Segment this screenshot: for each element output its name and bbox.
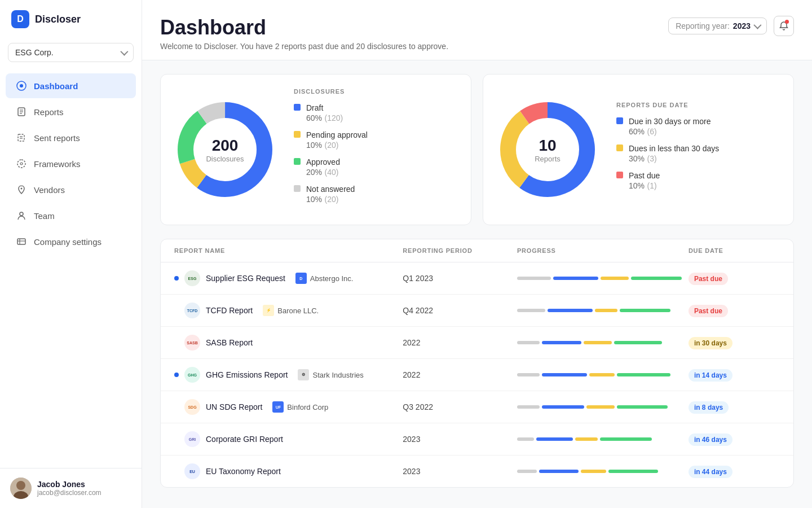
- table-row[interactable]: SASBSASB Report2022in 30 days: [161, 327, 793, 359]
- report-name-text: Corporate GRI Report: [206, 435, 283, 444]
- due30plus-label: Due in 30 days or more: [629, 117, 711, 126]
- sidebar-item-label: Sent reports: [34, 133, 80, 143]
- pastdue-dot: [616, 172, 623, 178]
- table-row[interactable]: GHGGHG Emissions Report⚙Stark Industries…: [161, 359, 793, 391]
- period-cell: Q4 2022: [403, 306, 517, 315]
- reports-number: 10: [535, 137, 561, 155]
- due-date-cell: in 30 days: [689, 338, 780, 348]
- user-profile[interactable]: Jacob Jones jacob@discloser.com: [0, 468, 142, 508]
- legend-item-not-answered: Not answered 10% (20): [294, 184, 457, 204]
- report-indicator-empty: [174, 340, 179, 345]
- progress-segment: [600, 437, 652, 441]
- approved-label: Approved: [306, 157, 340, 167]
- not-answered-pct: 10%: [306, 195, 322, 204]
- disclosures-chart-card: 200 Disclosures DISCLOSURES Draft 60% (1…: [160, 74, 471, 225]
- chevron-down-icon: [753, 21, 761, 29]
- draft-count: (120): [324, 113, 343, 122]
- header-right: Reporting year: 2023: [668, 16, 794, 36]
- report-company: DAbstergo Inc.: [295, 273, 354, 284]
- progress-segment: [586, 405, 615, 409]
- header-left: Dashboard Welcome to Discloser. You have…: [160, 16, 448, 51]
- period-cell: Q3 2022: [403, 402, 517, 411]
- due30less-count: (3): [647, 154, 656, 163]
- report-icon: ESG: [184, 270, 200, 286]
- report-icon: EU: [184, 463, 200, 479]
- sidebar-item-frameworks[interactable]: Frameworks: [6, 151, 136, 176]
- notification-button[interactable]: [774, 16, 794, 36]
- table-row[interactable]: EUEU Taxonomy Report2023in 44 days: [161, 456, 793, 487]
- col-progress: PROGRESS: [517, 247, 689, 254]
- due-badge: in 14 days: [689, 369, 732, 382]
- reporting-year-selector[interactable]: Reporting year: 2023: [668, 17, 767, 34]
- table-row[interactable]: TCFDTCFD Report⚡Barone LLC.Q4 2022Past d…: [161, 295, 793, 327]
- disclosures-legend-title: DISCLOSURES: [294, 88, 457, 95]
- sidebar-item-label: Team: [34, 211, 55, 221]
- due-badge: Past due: [689, 273, 728, 285]
- pastdue-count: (1): [647, 181, 656, 190]
- company-name-text: Abstergo Inc.: [310, 274, 354, 283]
- report-icon: GHG: [184, 367, 200, 383]
- disclosures-donut: 200 Disclosures: [174, 99, 276, 200]
- approved-text: Approved 20% (40): [306, 157, 340, 177]
- disclosures-label: Disclosures: [206, 155, 244, 163]
- company-name: ESG Corp.: [15, 48, 54, 57]
- svg-point-12: [20, 212, 23, 216]
- sidebar: D Discloser ESG Corp. Dashboard: [0, 0, 142, 508]
- col-reporting-period: REPORTING PERIOD: [403, 247, 517, 254]
- progress-cell: [517, 277, 689, 280]
- table-row[interactable]: ESGSupplier ESG RequestDAbstergo Inc.Q1 …: [161, 262, 793, 295]
- due30plus-dot: [616, 117, 623, 124]
- svg-rect-13: [17, 239, 25, 244]
- charts-row: 200 Disclosures DISCLOSURES Draft 60% (1…: [160, 74, 794, 225]
- due-badge: in 8 days: [689, 401, 729, 414]
- progress-segment: [539, 470, 579, 473]
- report-company: UFBinford Corp: [272, 401, 328, 413]
- company-name-text: Binford Corp: [287, 403, 328, 411]
- report-indicator-empty: [174, 308, 179, 313]
- progress-segment: [542, 405, 584, 409]
- due30plus-count: (6): [647, 127, 656, 136]
- svg-point-17: [16, 481, 25, 490]
- table-row[interactable]: SDGUN SDG ReportUFBinford CorpQ3 2022in …: [161, 391, 793, 423]
- not-answered-label: Not answered: [306, 185, 355, 194]
- progress-segment: [584, 341, 612, 344]
- table-header: REPORT NAME REPORTING PERIOD PROGRESS DU…: [161, 239, 793, 262]
- sidebar-item-reports[interactable]: Reports: [6, 99, 136, 124]
- due-date-cell: in 8 days: [689, 402, 780, 412]
- progress-cell: [517, 373, 689, 376]
- user-info: Jacob Jones jacob@discloser.com: [37, 480, 102, 497]
- due-date-cell: in 14 days: [689, 370, 780, 380]
- report-icon: GRI: [184, 431, 200, 447]
- report-name-cell: TCFDTCFD Report⚡Barone LLC.: [174, 303, 403, 318]
- table-row[interactable]: GRICorporate GRI Report2023in 46 days: [161, 423, 793, 456]
- logo: D Discloser: [0, 0, 142, 38]
- sidebar-item-company-settings[interactable]: Company settings: [6, 229, 136, 254]
- sidebar-item-dashboard[interactable]: Dashboard: [6, 73, 136, 98]
- company-logo: UF: [272, 401, 284, 413]
- reports-chart-card: 10 Reports REPORTS DUE DATE Due in 30 da…: [483, 74, 794, 225]
- sidebar-item-label: Reports: [34, 107, 64, 117]
- report-icon: SDG: [184, 399, 200, 415]
- legend-item-approved: Approved 20% (40): [294, 157, 457, 177]
- pastdue-label: Past due: [629, 171, 660, 180]
- sidebar-item-label: Dashboard: [34, 81, 78, 91]
- logo-icon: D: [11, 10, 29, 28]
- due-date-cell: Past due: [689, 273, 780, 283]
- page-header: Dashboard Welcome to Discloser. You have…: [142, 0, 812, 60]
- period-cell: 2022: [403, 338, 517, 347]
- sidebar-item-sent-reports[interactable]: Sent reports: [6, 125, 136, 150]
- col-report-name: REPORT NAME: [174, 247, 403, 254]
- reports-legend-title: REPORTS DUE DATE: [616, 102, 780, 108]
- due30less-pct: 30%: [629, 154, 645, 163]
- progress-cell: [517, 309, 689, 312]
- progress-segment: [589, 373, 615, 376]
- period-cell: 2023: [403, 435, 517, 444]
- report-icon: TCFD: [184, 303, 200, 318]
- progress-segment: [517, 405, 540, 409]
- company-selector[interactable]: ESG Corp.: [8, 43, 134, 62]
- table-body: ESGSupplier ESG RequestDAbstergo Inc.Q1 …: [161, 262, 793, 487]
- sidebar-item-team[interactable]: Team: [6, 203, 136, 228]
- legend-item-due30less: Dues in less than 30 days 30% (3): [616, 143, 780, 164]
- progress-segment: [542, 341, 581, 344]
- sidebar-item-vendors[interactable]: Vendors: [6, 177, 136, 202]
